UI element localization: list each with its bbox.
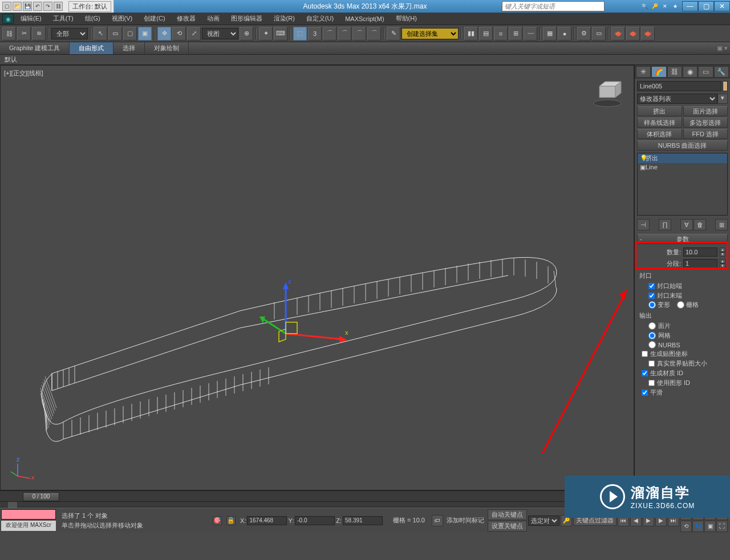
menu-view[interactable]: 视图(V) bbox=[107, 13, 137, 24]
app-logo-icon[interactable]: ◉ bbox=[2, 14, 14, 24]
ribbon-tab-graphite[interactable]: Graphite 建模工具 bbox=[0, 42, 70, 54]
smooth-checkbox[interactable] bbox=[642, 389, 648, 396]
window-crossing-icon[interactable]: ▣ bbox=[138, 27, 152, 40]
mod-btn-ffdselect[interactable]: FFD 选择 bbox=[683, 129, 728, 139]
move-tool-icon[interactable]: ✥ bbox=[157, 27, 171, 40]
link-tool-icon[interactable]: ⛓ bbox=[2, 27, 16, 40]
segments-spinner[interactable]: 1 bbox=[683, 259, 717, 268]
select-manipulate-icon[interactable]: ✦ bbox=[259, 27, 273, 40]
ribbon-collapse[interactable]: ▣ ▾ bbox=[717, 42, 730, 54]
status-color-swatch[interactable] bbox=[1, 509, 56, 520]
show-end-icon[interactable]: ∏ bbox=[659, 219, 671, 230]
render-setup-icon[interactable]: ⚙ bbox=[577, 27, 591, 40]
layers-mgr-icon[interactable]: ⊞ bbox=[509, 27, 522, 40]
help-search-input[interactable] bbox=[502, 1, 605, 11]
menu-rendering[interactable]: 渲染(R) bbox=[269, 13, 299, 24]
curve-editor-icon[interactable]: 〰 bbox=[524, 27, 537, 40]
rotate-tool-icon[interactable]: ⟲ bbox=[172, 27, 186, 40]
link-icon[interactable]: ⛓ bbox=[54, 2, 63, 11]
modifier-stack[interactable]: 💡挤出 ▣Line bbox=[637, 153, 728, 216]
align-icon[interactable]: ▤ bbox=[479, 27, 493, 40]
z-coord-input[interactable]: 58.391 bbox=[343, 516, 383, 525]
capstart-checkbox[interactable] bbox=[648, 283, 655, 289]
redo-icon[interactable]: ↷ bbox=[43, 2, 52, 11]
selection-lock-icon[interactable]: 🎯 bbox=[213, 516, 222, 525]
motion-panel-tab-icon[interactable]: ◉ bbox=[683, 66, 697, 78]
menu-maxscript[interactable]: MAXScript(M) bbox=[340, 14, 388, 23]
stack-item-extrude[interactable]: 💡挤出 bbox=[638, 153, 727, 163]
menu-create[interactable]: 创建(C) bbox=[139, 13, 169, 24]
ribbon-tab-freeform[interactable]: 自由形式 bbox=[70, 42, 113, 54]
amount-spinner-buttons[interactable]: ▲▼ bbox=[720, 247, 725, 257]
nav-minmax-icon[interactable]: ⛶ bbox=[716, 521, 728, 532]
menu-modifiers[interactable]: 修改器 bbox=[172, 13, 200, 24]
save-icon[interactable]: 💾 bbox=[23, 2, 32, 11]
object-color-swatch[interactable] bbox=[723, 81, 728, 91]
select-tool-icon[interactable]: ↖ bbox=[94, 27, 107, 40]
output-mesh-radio[interactable] bbox=[648, 332, 656, 339]
selection-filter-dropdown[interactable]: 全部 bbox=[51, 28, 88, 39]
mod-btn-nurbsselect[interactable]: NURBS 曲面选择 bbox=[637, 140, 728, 151]
ribbon-tab-objectpaint[interactable]: 对象绘制 bbox=[145, 42, 189, 54]
mod-btn-splineselect[interactable]: 样条线选择 bbox=[637, 117, 682, 128]
pivot-center-icon[interactable]: ⊕ bbox=[240, 27, 253, 40]
angle-snap-icon[interactable]: 3 bbox=[308, 27, 322, 40]
snaps2-icon[interactable]: ⌒ bbox=[367, 27, 381, 40]
output-nurbs-radio[interactable] bbox=[648, 341, 656, 348]
configure-sets-icon[interactable]: ⊞ bbox=[715, 219, 728, 230]
setkey-button[interactable]: 设置关键点 bbox=[488, 521, 527, 531]
object-name-input[interactable] bbox=[637, 81, 721, 91]
scale-tool-icon[interactable]: ⤢ bbox=[187, 27, 201, 40]
menu-customize[interactable]: 自定义(U) bbox=[302, 13, 338, 24]
ribbon-tab-selection[interactable]: 选择 bbox=[113, 42, 145, 54]
remove-mod-icon[interactable]: 🗑 bbox=[694, 219, 706, 230]
segments-spinner-buttons[interactable]: ▲▼ bbox=[720, 259, 725, 268]
star-icon[interactable]: ★ bbox=[671, 2, 680, 11]
capend-checkbox[interactable] bbox=[648, 293, 655, 299]
useshapeids-checkbox[interactable] bbox=[648, 380, 655, 386]
undo-icon[interactable]: ↶ bbox=[33, 2, 42, 11]
autokey-button[interactable]: 自动关键点 bbox=[488, 509, 527, 520]
teapot3-icon[interactable]: 🫖 bbox=[641, 27, 655, 40]
mod-btn-extrude[interactable]: 挤出 bbox=[637, 106, 682, 116]
create-panel-tab-icon[interactable]: ✳ bbox=[636, 66, 651, 78]
schematic-icon[interactable]: ▦ bbox=[543, 27, 557, 40]
utilities-panel-tab-icon[interactable]: 🔧 bbox=[714, 66, 729, 78]
modifier-list-dropdown[interactable]: 修改器列表 bbox=[637, 94, 717, 104]
keyboard-shortcut-icon[interactable]: ⌨ bbox=[274, 27, 287, 40]
display-panel-tab-icon[interactable]: ▭ bbox=[698, 66, 713, 78]
exchange-icon[interactable]: ✕ bbox=[660, 2, 670, 11]
bind-spacewarp-icon[interactable]: ≋ bbox=[32, 27, 46, 40]
teapot2-icon[interactable]: 🫖 bbox=[626, 27, 640, 40]
make-unique-icon[interactable]: ∀ bbox=[680, 219, 693, 230]
timetag-label[interactable]: 添加时间标记 bbox=[444, 516, 486, 525]
maxscript-listener-tab[interactable]: 欢迎使用 MAXScr bbox=[1, 521, 56, 531]
realworld-checkbox[interactable] bbox=[648, 360, 655, 367]
open-icon[interactable]: 📂 bbox=[13, 2, 22, 11]
minimize-button[interactable]: — bbox=[682, 1, 698, 11]
edit-selection-icon[interactable]: ✎ bbox=[387, 27, 400, 40]
x-coord-input[interactable]: 1674.468 bbox=[247, 516, 287, 525]
new-icon[interactable]: ▢ bbox=[2, 2, 11, 11]
render-frame-icon[interactable]: ▭ bbox=[592, 27, 606, 40]
lock-icon[interactable]: 🔒 bbox=[226, 516, 236, 525]
menu-tools[interactable]: 工具(T) bbox=[48, 13, 78, 24]
modify-panel-tab-icon[interactable]: 🌈 bbox=[651, 66, 666, 78]
nav-maxvp-icon[interactable]: ▣ bbox=[704, 521, 716, 532]
spinner-snap-icon[interactable]: ⌒ bbox=[338, 27, 351, 40]
timetag-icon[interactable]: 🏷 bbox=[432, 515, 443, 526]
menu-group[interactable]: 组(G) bbox=[80, 13, 105, 24]
plus-icon[interactable]: ▣ bbox=[640, 164, 646, 171]
named-selection-dropdown[interactable]: 创建选择集 bbox=[402, 28, 459, 39]
output-patch-radio[interactable] bbox=[648, 322, 656, 330]
menu-help[interactable]: 帮助(H) bbox=[391, 13, 421, 24]
workspace-dropdown[interactable]: 工作台: 默认 bbox=[68, 1, 111, 12]
snap-toggle-icon[interactable]: ⬚ bbox=[293, 27, 307, 40]
key-icon[interactable]: 🔑 bbox=[650, 2, 659, 11]
maximize-button[interactable]: ▢ bbox=[698, 1, 714, 11]
menu-grapheditors[interactable]: 图形编辑器 bbox=[226, 13, 267, 24]
nav-walk-icon[interactable]: 👣 bbox=[692, 521, 704, 532]
viewport[interactable]: [+][正交][线框] bbox=[0, 65, 634, 490]
pin-stack-icon[interactable]: ⊣ bbox=[637, 219, 650, 230]
keymode-dropdown[interactable]: 选定对 bbox=[528, 516, 559, 526]
